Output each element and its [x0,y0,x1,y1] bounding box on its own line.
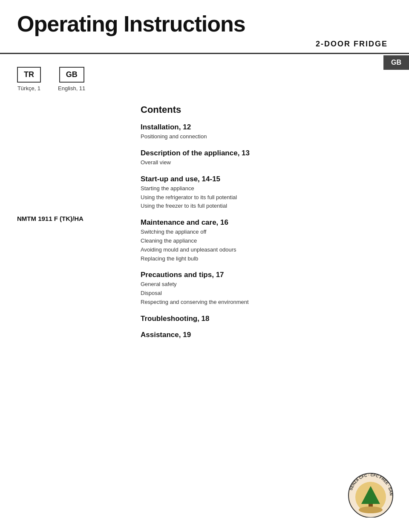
lang-label-gb: English, 11 [58,85,85,92]
cfc-badge-container: SENZA CFC · CFC FREE · SANS CFC · FCKN F… [345,471,396,519]
toc-section-description: Description of the appliance, 13 Overall… [141,149,392,167]
gb-badge: GB [383,55,409,70]
toc-sub-startup: Starting the appliance Using the refrige… [141,184,392,211]
toc-section-precautions: Precautions and tips, 17 General safety … [141,271,392,306]
page-title: Operating Instructions [17,12,392,36]
toc-heading-troubleshooting: Troubleshooting, 18 [141,315,392,323]
lang-item-tr: TR Türkçe, 1 [17,67,41,92]
toc-sub-description: Overall view [141,158,392,167]
toc-sub-line: Starting the appliance [141,184,392,193]
toc-sub-line: Disposal [141,289,392,298]
toc-sub-line: Replacing the light bulb [141,255,392,263]
toc-sub-line: General safety [141,280,392,289]
left-column: NMTM 1911 F (TK)/HA [17,104,128,347]
toc-section-troubleshooting: Troubleshooting, 18 [141,315,392,323]
toc-sub-line: Using the freezer to its full potential [141,202,392,211]
toc-sub-maintenance: Switching the appliance off Cleaning the… [141,228,392,263]
toc-sub-line: Avoiding mould and unpleasant odours [141,246,392,255]
toc-section-startup: Start-up and use, 14-15 Starting the app… [141,175,392,211]
toc-sub-line: Cleaning the appliance [141,237,392,246]
toc-sub-line: Using the refrigerator to its full poten… [141,193,392,202]
model-number: NMTM 1911 F (TK)/HA [17,215,128,222]
toc-section-maintenance: Maintenance and care, 16 Switching the a… [141,218,392,263]
toc-sub-precautions: General safety Disposal Respecting and c… [141,280,392,306]
toc-heading-maintenance: Maintenance and care, 16 [141,218,392,227]
contents-title: Contents [141,104,392,115]
toc-sub-line: Switching the appliance off [141,228,392,237]
lang-badge-gb: GB [59,67,84,83]
cfc-free-badge: SENZA CFC · CFC FREE · SANS CFC · FCKN F… [345,471,396,518]
toc-heading-description: Description of the appliance, 13 [141,149,392,157]
toc-sub-line: Overall view [141,158,392,167]
toc-heading-precautions: Precautions and tips, 17 [141,271,392,279]
language-section: TR Türkçe, 1 GB English, 11 [0,54,409,92]
lang-badge-tr: TR [17,67,41,83]
toc-heading-assistance: Assistance, 19 [141,331,392,339]
lang-label-tr: Türkçe, 1 [17,85,40,92]
toc-sub-installation: Positioning and connection [141,132,392,141]
toc-section-installation: Installation, 12 Positioning and connect… [141,123,392,141]
product-subtitle: 2-DOOR FRIDGE [17,40,392,49]
toc-section-assistance: Assistance, 19 [141,331,392,339]
lang-item-gb: GB English, 11 [58,67,85,92]
toc-sub-line: Positioning and connection [141,132,392,141]
page-header: Operating Instructions 2-DOOR FRIDGE [0,0,409,54]
toc-heading-startup: Start-up and use, 14-15 [141,175,392,183]
table-of-contents: Contents Installation, 12 Positioning an… [141,104,392,347]
main-content: NMTM 1911 F (TK)/HA Contents Installatio… [0,92,409,347]
svg-point-4 [359,506,383,513]
toc-heading-installation: Installation, 12 [141,123,392,132]
toc-sub-line: Respecting and conserving the environmen… [141,298,392,307]
